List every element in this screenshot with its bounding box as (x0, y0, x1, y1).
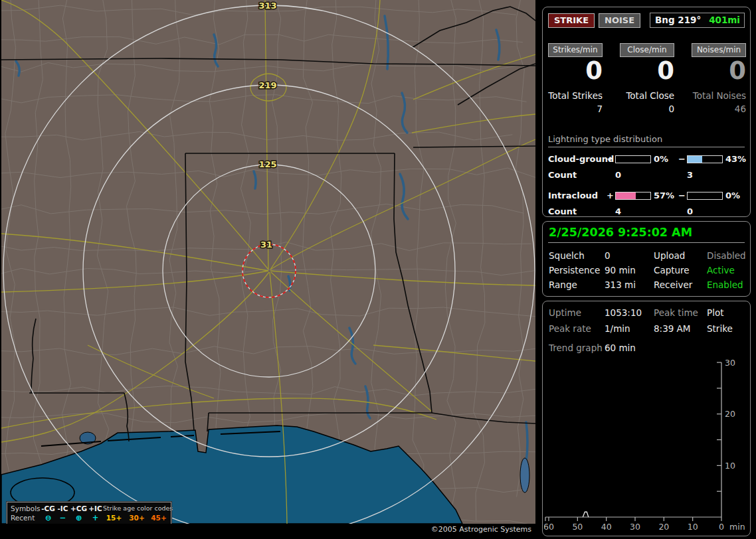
legend-symbol-minus-ic-icon: − (56, 513, 70, 522)
upload-label: Upload (654, 250, 707, 261)
total-close-value: 0 (620, 104, 674, 114)
ic-negative-bar (687, 192, 723, 200)
total-noises-label: Total Noises (692, 90, 746, 101)
ic-positive-count: 4 (615, 206, 678, 216)
legend-col-header-pic: +IC (88, 504, 103, 513)
legend-col-header-mic: -IC (56, 504, 70, 513)
bearing-range-display: Bng 219° 401mi (650, 13, 745, 28)
legend-col-header-mcg: -CG (41, 504, 56, 513)
cg-positive-count: 0 (615, 170, 678, 180)
ring-label-125: 125 (258, 159, 276, 169)
squelch-label: Squelch (549, 250, 605, 261)
capture-label: Capture (654, 265, 707, 275)
ring-label-313: 313 (258, 1, 276, 11)
strikes-per-min-button[interactable]: Strikes/min (548, 43, 603, 57)
ic-negative-count: 0 (687, 206, 745, 216)
total-noises-value: 46 (692, 104, 746, 114)
ring-label-219: 219 (258, 80, 276, 90)
legend-symbol-plus-cg-icon: ⊕ (70, 513, 88, 522)
map-canvas: 313 219 125 31 (1, 0, 535, 524)
receiver-label: Receiver (654, 279, 707, 290)
plot-value: Strike (707, 323, 745, 334)
cg-negative-bar (687, 155, 723, 163)
minus-sign: − (678, 154, 687, 164)
receiver-state: Enabled (707, 279, 746, 290)
uptime-value: 1053:10 (605, 307, 654, 318)
legend-col-header-pcg: +CG (70, 504, 88, 513)
upload-state: Disabled (707, 250, 746, 261)
x-tick-label: 20 (658, 522, 669, 532)
y-tick-label: 10 (725, 461, 735, 471)
trend-graph-value: 60 min (605, 343, 745, 353)
x-tick-label: 40 (601, 522, 612, 532)
cg-negative-pct: 43% (723, 154, 746, 164)
legend-symbol-plus-ic-icon: + (88, 513, 103, 522)
bearing-value: Bng 219° (655, 15, 701, 25)
peak-time-value: 8:39 AM (654, 323, 707, 334)
peak-time-label: Peak time (654, 307, 707, 318)
ring-label-31: 31 (260, 240, 272, 250)
total-close-label: Total Close (620, 90, 674, 101)
distribution-title: Lightning type distribution (548, 134, 745, 147)
cloud-ground-count-row: Count 0 3 (548, 170, 745, 180)
lightning-map[interactable]: 313 219 125 31 Symbols-CG-IC+CG+ICStrike… (1, 0, 535, 524)
legend-row-label-recent: Recent (11, 513, 41, 522)
legend-age-45plus: 45+ (149, 513, 169, 522)
noises-per-min-button[interactable]: Noises/min (692, 43, 746, 57)
datetime-display: 2/25/2026 9:25:02 AM (548, 224, 745, 243)
trend-spike (583, 512, 589, 517)
squelch-value: 0 (605, 250, 654, 261)
range-value: 401mi (709, 15, 740, 25)
close-per-min-value: 0 (620, 58, 674, 84)
minus-sign: − (678, 191, 687, 200)
panel-status: 2/25/2026 9:25:02 AM Squelch 0 Upload Di… (542, 221, 751, 297)
intracloud-label: Intracloud (548, 191, 607, 200)
sidebar: STRIKE NOISE Bng 219° 401mi Strikes/min … (541, 0, 755, 539)
cloud-ground-label: Cloud-ground (548, 154, 607, 164)
noise-mode-button[interactable]: NOISE (599, 13, 640, 28)
peak-rate-label: Peak rate (549, 323, 605, 334)
y-tick-label: 20 (725, 409, 735, 419)
cg-positive-pct: 0% (652, 154, 678, 164)
x-tick-label: 10 (688, 522, 698, 532)
persistence-label: Persistence (549, 265, 605, 275)
uptime-label: Uptime (549, 307, 605, 318)
strike-mode-button[interactable]: STRIKE (548, 13, 595, 28)
close-per-min-button[interactable]: Close/min (620, 43, 674, 57)
panel-trend: Uptime 1053:10 Peak time Plot Peak rate … (542, 301, 751, 536)
x-axis-unit-label: min (729, 522, 745, 532)
stats-grid: Uptime 1053:10 Peak time Plot Peak rate … (548, 307, 745, 334)
count-label: Count (548, 206, 607, 216)
capture-state: Active (707, 265, 746, 275)
trend-graph-label: Trend graph (549, 343, 605, 353)
plus-sign: + (607, 154, 615, 164)
x-tick-label: 0 (719, 522, 724, 532)
ic-negative-pct: 0% (723, 191, 745, 200)
count-label: Count (548, 170, 607, 180)
legend-age-15plus: 15+ (103, 513, 125, 522)
ic-positive-pct: 57% (652, 191, 678, 200)
strikes-per-min-value: 0 (548, 58, 603, 84)
mode-toolbar: STRIKE NOISE Bng 219° 401mi (548, 13, 745, 28)
legend-symbol-minus-cg-icon: ⊖ (41, 513, 56, 522)
noises-per-min-value: 0 (692, 58, 746, 84)
total-strikes-label: Total Strikes (548, 90, 603, 101)
intracloud-count-row: Count 4 0 (548, 206, 745, 216)
status-grid: Squelch 0 Upload Disabled Persistence 90… (548, 250, 745, 290)
x-tick-label: 60 (544, 522, 554, 532)
ic-positive-bar (615, 192, 651, 200)
peak-rate-value: 1/min (605, 323, 654, 334)
legend-symbols-header: Symbols (11, 504, 41, 513)
copyright-text: ©2005 Astrogenic Systems (1, 524, 535, 536)
plus-sign: + (607, 191, 615, 200)
legend-age-header: Strike age color codes (103, 504, 169, 513)
panel-counters: STRIKE NOISE Bng 219° 401mi Strikes/min … (542, 7, 751, 217)
intracloud-row: Intracloud + 57% − 0% (548, 191, 745, 200)
app-root: { "toolbar": { "strike": "STRIKE", "nois… (0, 0, 756, 539)
x-tick-label: 50 (572, 522, 583, 532)
cg-positive-bar (615, 155, 651, 163)
x-tick-label: 30 (630, 522, 640, 532)
plot-label: Plot (707, 307, 745, 318)
range-label: Range (549, 279, 605, 290)
cloud-ground-row: Cloud-ground + 0% − 43% (548, 154, 745, 164)
